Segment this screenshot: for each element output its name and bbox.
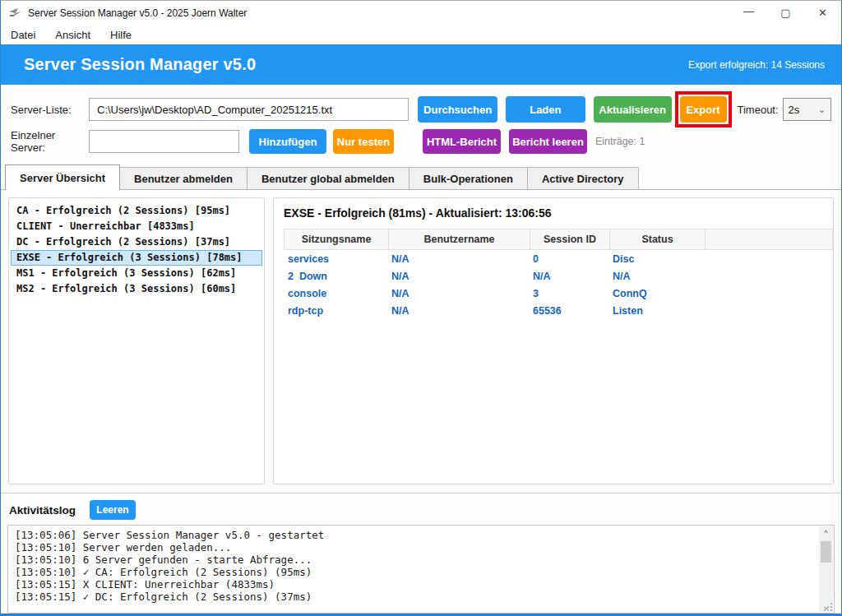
test-only-button[interactable]: Nur testen: [333, 129, 394, 154]
clear-report-button[interactable]: Bericht leeren: [509, 129, 587, 154]
log-line: [13:05:06] Server Session Manager v5.0 -…: [15, 529, 814, 541]
cell-session-id: N/A: [529, 271, 608, 282]
tab-content: CA - Erfolgreich (2 Sessions) [95ms] CLI…: [1, 190, 841, 491]
menu-bar: Datei Ansicht Hilfe: [1, 25, 841, 44]
server-list-item[interactable]: DC - Erfolgreich (2 Sessions) [37ms]: [11, 234, 262, 250]
log-line: [13:05:10] ✓ CA: Erfolgreich (2 Sessions…: [15, 566, 814, 578]
cell-sitzungsname: rdp-tcp: [284, 305, 387, 317]
tab-benutzer-abmelden[interactable]: Benutzer abmelden: [119, 167, 248, 189]
html-report-button[interactable]: HTML-Bericht: [423, 129, 501, 154]
app-icon: [8, 7, 22, 19]
load-button[interactable]: Laden: [506, 96, 585, 123]
log-scrollbar[interactable]: ⌃ ⌄: [819, 526, 833, 612]
table-row[interactable]: console N/A 3 ConnQ: [284, 285, 833, 302]
column-header-status: Status: [609, 229, 705, 249]
scrollbar-thumb[interactable]: [821, 541, 831, 563]
close-button[interactable]: ✕: [804, 1, 841, 25]
log-line: [13:05:10] Server werden geladen...: [15, 541, 814, 553]
server-list-item-selected[interactable]: EXSE - Erfolgreich (3 Sessions) [78ms]: [11, 250, 262, 266]
cell-status: Listen: [608, 305, 704, 317]
header-status-text: Export erfolgreich: 14 Sessions: [688, 59, 825, 71]
log-line: [13:05:15] X CLIENT: Unerreichbar (4833m…: [15, 578, 814, 591]
tab-active-directory[interactable]: Active Directory: [527, 167, 639, 189]
chevron-down-icon: ⌄: [818, 105, 826, 114]
refresh-button[interactable]: Aktualisieren: [594, 96, 672, 123]
server-status-list: CA - Erfolgreich (2 Sessions) [95ms] CLI…: [8, 197, 265, 484]
column-header-empty: [705, 229, 832, 249]
minimize-button[interactable]: —: [730, 1, 767, 25]
timeout-value: 2s: [789, 104, 800, 116]
control-area: Server-Liste: Durchsuchen Laden Aktualis…: [1, 85, 841, 160]
column-header-benutzername: Benutzername: [388, 229, 530, 249]
close-icon: ✕: [818, 7, 827, 19]
single-server-label: Einzelner Server:: [11, 129, 89, 154]
activity-log-title: Aktivitätslog: [9, 504, 76, 516]
menu-item-hilfe[interactable]: Hilfe: [110, 29, 132, 41]
tab-server-uebersicht[interactable]: Server Übersicht: [5, 164, 120, 190]
activity-log-section: Aktivitätslog Leeren [13:05:06] Server S…: [1, 493, 841, 614]
session-table: Sitzungsname Benutzername Session ID Sta…: [284, 229, 833, 319]
cell-sitzungsname: 2 Down: [284, 271, 387, 282]
clear-log-button[interactable]: Leeren: [90, 500, 136, 520]
cell-session-id: 3: [529, 288, 608, 299]
page-title: Server Session Manager v5.0: [24, 55, 256, 74]
activity-log-header: Aktivitätslog Leeren: [1, 493, 841, 525]
maximize-icon: ▢: [780, 7, 790, 19]
cell-sitzungsname: console: [284, 288, 387, 299]
server-list-item[interactable]: CA - Erfolgreich (2 Sessions) [95ms]: [11, 203, 262, 219]
session-panel-title: EXSE - Erfolgreich (81ms) - Aktualisiert…: [284, 206, 823, 220]
log-line: [13:05:10] 6 Server gefunden - starte Ab…: [15, 553, 814, 566]
cell-benutzername: N/A: [387, 271, 529, 282]
cell-status: ConnQ: [608, 288, 704, 299]
tab-benutzer-global-abmelden[interactable]: Benutzer global abmelden: [247, 167, 409, 189]
tab-bulk-operationen[interactable]: Bulk-Operationen: [409, 167, 528, 189]
export-button[interactable]: Export: [680, 96, 727, 123]
cell-session-id: 65536: [529, 305, 608, 317]
column-header-session-id: Session ID: [530, 229, 609, 249]
server-list-item[interactable]: MS2 - Erfolgreich (3 Sessions) [60ms]: [11, 281, 262, 297]
window-title: Server Session Manager v5.0 - 2025 Joern…: [28, 7, 730, 19]
title-bar: Server Session Manager v5.0 - 2025 Joern…: [1, 1, 841, 25]
menu-item-ansicht[interactable]: Ansicht: [55, 29, 90, 41]
minimize-icon: —: [743, 5, 754, 17]
app-header: Server Session Manager v5.0 Export erfol…: [1, 44, 841, 85]
menu-item-datei[interactable]: Datei: [11, 29, 35, 41]
single-server-row: Einzelner Server: Hinzufügen Nur testen …: [11, 127, 831, 155]
export-highlight-annotation: Export: [675, 91, 732, 127]
app-window: Server Session Manager v5.0 - 2025 Joern…: [0, 0, 842, 616]
resize-grip[interactable]: [822, 601, 832, 611]
cell-benutzername: N/A: [387, 253, 529, 265]
scroll-up-icon[interactable]: ⌃: [819, 526, 833, 540]
maximize-button[interactable]: ▢: [767, 1, 804, 25]
cell-status: Disc: [608, 253, 704, 265]
session-detail-panel: EXSE - Erfolgreich (81ms) - Aktualisiert…: [273, 197, 834, 484]
browse-button[interactable]: Durchsuchen: [418, 96, 497, 123]
cell-benutzername: N/A: [387, 288, 529, 299]
cell-status: N/A: [608, 271, 704, 282]
table-row[interactable]: rdp-tcp N/A 65536 Listen: [284, 303, 833, 319]
entries-count: Einträge: 1: [595, 136, 645, 147]
single-server-input[interactable]: [89, 130, 239, 153]
table-row[interactable]: 2 Down N/A N/A N/A: [284, 268, 833, 285]
timeout-select[interactable]: 2s ⌄: [783, 98, 831, 121]
cell-session-id: 0: [529, 253, 608, 265]
server-list-row: Server-Liste: Durchsuchen Laden Aktualis…: [11, 91, 831, 127]
server-list-label: Server-Liste:: [11, 104, 89, 116]
tab-strip: Server Übersicht Benutzer abmelden Benut…: [1, 164, 841, 190]
server-list-path-input[interactable]: [89, 98, 409, 121]
timeout-label: Timeout:: [738, 104, 779, 116]
table-row[interactable]: services N/A 0 Disc: [284, 251, 833, 267]
server-list-item[interactable]: MS1 - Erfolgreich (3 Sessions) [62ms]: [11, 266, 262, 281]
log-line: [13:05:15] ✓ DC: Erfolgreich (2 Sessions…: [15, 591, 814, 603]
cell-benutzername: N/A: [387, 305, 529, 317]
cell-sitzungsname: services: [284, 253, 387, 265]
add-server-button[interactable]: Hinzufügen: [249, 129, 326, 154]
column-header-sitzungsname: Sitzungsname: [285, 229, 388, 249]
server-list-item[interactable]: CLIENT - Unerreichbar [4833ms]: [11, 219, 262, 234]
activity-log-output[interactable]: [13:05:06] Server Session Manager v5.0 -…: [7, 525, 835, 614]
session-table-header: Sitzungsname Benutzername Session ID Sta…: [284, 229, 833, 250]
